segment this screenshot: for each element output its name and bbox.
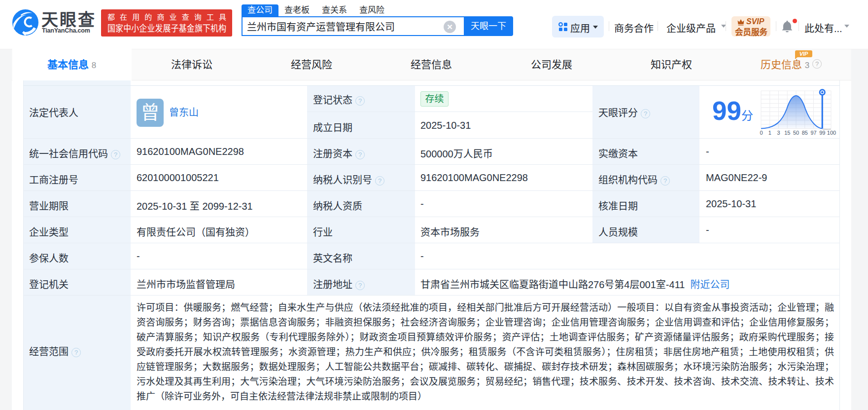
svg-text:3: 3 bbox=[777, 130, 780, 136]
svg-text:0: 0 bbox=[760, 130, 763, 136]
svg-text:15: 15 bbox=[784, 130, 790, 136]
svg-text:100: 100 bbox=[827, 130, 836, 136]
svg-text:97: 97 bbox=[810, 130, 816, 136]
svg-text:1: 1 bbox=[768, 130, 771, 136]
svg-text:85: 85 bbox=[802, 130, 808, 136]
svg-text:99: 99 bbox=[819, 130, 825, 136]
svg-text:50: 50 bbox=[793, 130, 799, 136]
